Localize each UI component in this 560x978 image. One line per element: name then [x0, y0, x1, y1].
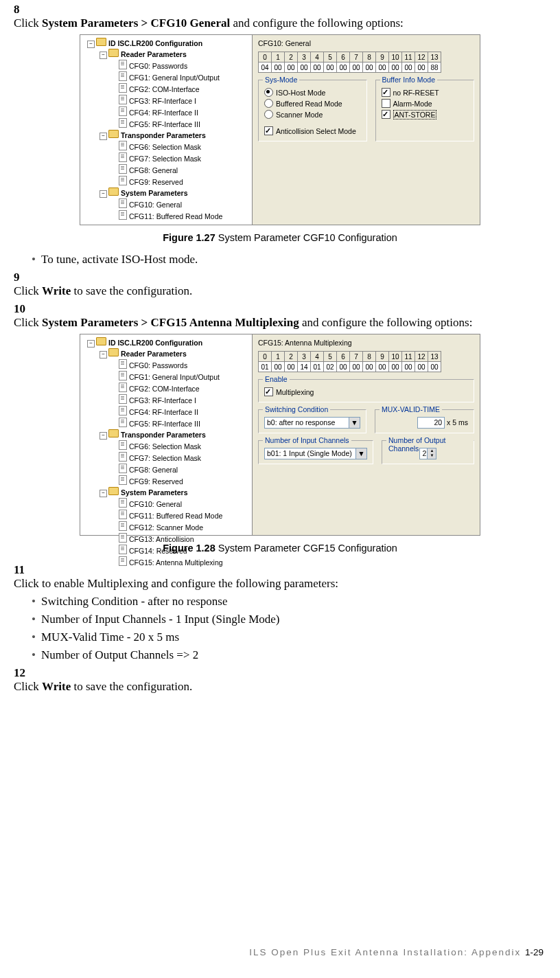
config-panel-cfg15: CFG15: Antenna Multiplexing 012345678910… — [253, 334, 480, 535]
tree-item[interactable]: CFG6: Selection Mask — [129, 442, 201, 451]
option-label: Buffered Read Mode — [276, 100, 342, 108]
tree-folder-reader[interactable]: Reader Parameters — [121, 350, 187, 358]
radio-iso-host[interactable] — [264, 88, 273, 97]
tree-item[interactable]: CFG3: RF-Interface I — [129, 97, 196, 105]
doc-icon — [119, 394, 127, 404]
doc-icon — [119, 464, 127, 473]
tree-item[interactable]: CFG2: COM-Interface — [129, 85, 200, 93]
text: Click — [14, 16, 42, 30]
spinner-output-channels[interactable]: 2▲▼ — [419, 448, 437, 459]
figure-caption-1: Figure 1.27 System Parameter CGF10 Confi… — [14, 232, 546, 243]
option-label: ANT-STORE — [393, 110, 437, 120]
step-text: Click System Parameters > CFG15 Antenna … — [14, 316, 528, 330]
tree-folder-reader[interactable]: Reader Parameters — [121, 50, 187, 58]
tree-item[interactable]: CFG0: Passwords — [129, 361, 187, 369]
tree-folder-system[interactable]: System Parameters — [121, 189, 187, 197]
collapse-icon[interactable]: − — [100, 351, 107, 359]
input-mux-time[interactable]: 20 — [417, 417, 445, 429]
tree-folder-transponder[interactable]: Transponder Parameters — [121, 431, 206, 439]
spinner-value: 2 — [423, 449, 427, 457]
doc-icon — [119, 418, 127, 427]
tree-item[interactable]: CFG11: Buffered Read Mode — [129, 512, 222, 520]
menu-path: System Parameters > CFG15 Antenna Multip… — [42, 316, 299, 329]
group-title: MUX-VALID-TIME — [380, 405, 442, 413]
footer-text: ILS Open Plus Exit Antenna Installation:… — [249, 947, 521, 957]
group-title: Sys-Mode — [263, 76, 299, 84]
tree-item[interactable]: CFG1: General Input/Output — [129, 73, 220, 82]
radio-scanner[interactable] — [264, 110, 273, 119]
collapse-icon[interactable]: − — [100, 133, 107, 140]
doc-icon — [119, 452, 127, 462]
doc-icon — [119, 71, 127, 81]
tree-root[interactable]: ID ISC.LR200 Configuration — [108, 39, 202, 47]
tree-item[interactable]: CFG2: COM-Interface — [129, 385, 200, 393]
tree-item[interactable]: CFG8: General — [129, 466, 178, 474]
command: Write — [42, 680, 71, 693]
tree-item[interactable]: CFG5: RF-Interface III — [129, 120, 200, 128]
doc-icon — [119, 152, 127, 162]
collapse-icon[interactable]: − — [100, 490, 107, 497]
tree-folder-transponder[interactable]: Transponder Parameters — [121, 131, 206, 139]
group-title: Number of Input Channels — [263, 436, 351, 444]
tree-item[interactable]: CFG9: Reserved — [129, 178, 183, 186]
tree-item[interactable]: CFG10: General — [129, 500, 182, 508]
check-ant-store[interactable] — [382, 110, 390, 119]
bullet-icon: • — [32, 648, 41, 662]
tree-item-selected[interactable]: CFG15: Antenna Multiplexing — [129, 558, 223, 567]
tree-item[interactable]: CFG6: Selection Mask — [129, 143, 201, 151]
doc-icon — [119, 141, 127, 150]
command: Write — [42, 284, 71, 297]
tree-item[interactable]: CFG3: RF-Interface I — [129, 396, 196, 405]
check-alarm-mode[interactable] — [382, 99, 390, 108]
spinner-buttons-icon[interactable]: ▲▼ — [427, 448, 436, 459]
tree-item[interactable]: CFG4: RF-Interface II — [129, 408, 198, 416]
tree-root[interactable]: ID ISC.LR200 Configuration — [108, 339, 202, 347]
bullet-icon: • — [32, 253, 41, 266]
doc-icon — [119, 198, 127, 208]
folder-icon — [96, 337, 106, 345]
text: to save the configuration. — [71, 680, 192, 693]
combo-value: b01: 1 Input (Single Mode) — [267, 449, 352, 457]
collapse-icon[interactable]: − — [87, 41, 95, 48]
collapse-icon[interactable]: − — [100, 52, 107, 59]
combo-input-channels[interactable]: b01: 1 Input (Single Mode)▼ — [264, 448, 367, 459]
tree-item[interactable]: CFG1: General Input/Output — [129, 373, 220, 381]
panel-title: CFG10: General — [258, 39, 474, 47]
check-no-rf-reset[interactable] — [382, 88, 390, 97]
radio-buffered[interactable] — [264, 99, 273, 108]
doc-icon — [119, 556, 127, 566]
bullet-text: Switching Condition - after no response — [41, 595, 228, 608]
tree-item-selected[interactable]: CFG10: General — [129, 201, 182, 209]
collapse-icon[interactable]: − — [100, 190, 107, 198]
option-label: Multiplexing — [276, 388, 314, 396]
byte-table: 012345678910111213 010000140102000000000… — [258, 351, 441, 372]
tree-item[interactable]: CFG11: Buffered Read Mode — [129, 212, 222, 220]
text: to save the configuration. — [71, 284, 192, 297]
doc-icon — [119, 545, 127, 554]
tree-item[interactable]: CFG8: General — [129, 166, 178, 174]
screenshot-cfg15: −ID ISC.LR200 Configuration −Reader Para… — [80, 334, 480, 536]
tree-item[interactable]: CFG0: Passwords — [129, 62, 187, 70]
tree-item[interactable]: CFG9: Reserved — [129, 477, 183, 486]
doc-icon — [119, 95, 127, 104]
tree-item[interactable]: CFG7: Selection Mask — [129, 155, 201, 163]
check-anticollision[interactable] — [264, 126, 273, 135]
tree-item[interactable]: CFG7: Selection Mask — [129, 454, 201, 462]
doc-icon — [119, 498, 127, 508]
tree-folder-system[interactable]: System Parameters — [121, 488, 187, 497]
tree-item[interactable]: CFG12: Scanner Mode — [129, 523, 203, 532]
check-multiplexing[interactable] — [264, 387, 273, 396]
step-text: Click Write to save the configuration. — [14, 284, 528, 298]
folder-icon — [108, 130, 119, 138]
doc-icon — [119, 533, 127, 543]
bullet: •To tune, activate ISO-Host mode. — [32, 253, 546, 266]
option-label: ISO-Host Mode — [276, 89, 325, 97]
bullet-icon: • — [32, 595, 41, 609]
tree-item[interactable]: CFG5: RF-Interface III — [129, 420, 200, 428]
collapse-icon[interactable]: − — [100, 432, 107, 440]
tree-item[interactable]: CFG4: RF-Interface II — [129, 109, 198, 117]
combo-switching-condition[interactable]: b0: after no response▼ — [264, 417, 360, 429]
text: Click — [14, 680, 42, 693]
collapse-icon[interactable]: − — [87, 340, 95, 348]
bullet: •Number of Output Channels => 2 — [32, 648, 546, 662]
